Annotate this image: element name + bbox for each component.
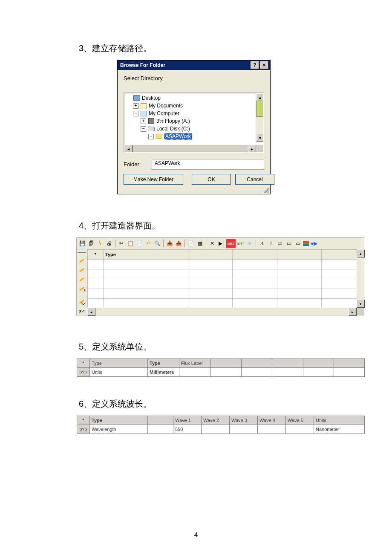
table-row[interactable]: SYS Units Millimeters [77,368,365,377]
help-button[interactable]: ? [251,61,259,69]
collapse-icon[interactable]: − [133,111,138,116]
pencil-icon[interactable] [78,266,86,274]
file-in-icon[interactable]: 📥 [166,240,173,247]
col-flux[interactable]: Flux Label [179,359,211,368]
flow-icon[interactable]: ⇄ [276,240,284,247]
collapse-icon[interactable]: − [148,134,154,139]
pencil-icon[interactable] [78,256,86,265]
tree-node-mycomp[interactable]: − My Computer [126,110,262,117]
expand-icon[interactable]: + [141,119,146,124]
hash-icon[interactable]: ♯ [267,240,275,247]
folder-tree[interactable]: Desktop + My Documents − My Computer [124,92,264,153]
box2-icon[interactable]: ▭ [294,240,302,247]
expand-icon[interactable]: + [133,103,138,109]
scroll-left-button[interactable]: ◂ [87,308,95,316]
tree-node-mydocs[interactable]: + My Documents [126,102,262,110]
copy-all-icon[interactable]: 🗐 [87,240,95,247]
tree-node-asapwork[interactable]: − ASAPWork [126,133,262,140]
col-type[interactable]: Type [104,250,188,260]
col-blank[interactable] [303,359,334,368]
col-type[interactable]: Type [90,416,148,425]
col-units[interactable]: Units [314,416,365,425]
col-wave3[interactable]: Wave 3 [230,416,258,425]
col-blank[interactable] [233,250,277,260]
col-wave1[interactable]: Wave 1 [173,416,202,425]
delete-icon[interactable]: ✕ [208,240,216,247]
cell-type[interactable]: Units [90,368,148,377]
folder-field[interactable]: ASAPWork [152,159,264,170]
bolt-icon[interactable]: ϟ [96,240,104,247]
cell-value[interactable]: Millimeters [148,368,179,377]
dialog-title-bar: Browse For Folder ? × [118,61,270,70]
cancel-button[interactable]: Cancel [235,174,274,185]
col-blank[interactable] [188,250,233,260]
pencil-add-icon[interactable] [78,284,86,293]
scroll-right-button[interactable]: ► [248,145,256,153]
scroll-up-button[interactable]: ▴ [357,249,365,257]
col-star[interactable]: * [88,250,104,260]
disk-icon [148,126,155,132]
tree-node-localdisk[interactable]: − Local Disk (C:) [126,125,262,133]
undo-icon[interactable]: ↶ [144,240,152,247]
collapse-icon[interactable]: − [141,126,146,132]
grid-icon[interactable]: ▦ [196,240,204,247]
col-star[interactable]: * [77,416,90,425]
col-wave4[interactable]: Wave 4 [258,416,286,425]
grid-horizontal-scrollbar[interactable]: ◂ ▸ [87,308,364,315]
end-icon[interactable]: ▶| [217,240,225,247]
play-icon[interactable]: ●▶ [310,240,318,247]
sparkle-icon[interactable]: ✳ [246,240,254,247]
col-blank[interactable] [277,250,321,260]
find-icon[interactable]: 🔍 [153,240,161,247]
col-wave5[interactable]: Wave 5 [286,416,314,425]
col-type2[interactable]: Type [148,359,179,368]
vertical-scrollbar[interactable]: ▲ ▼ [256,93,263,142]
col-blank[interactable] [148,416,173,425]
page-icon[interactable]: 📄 [187,240,195,247]
cell-units[interactable]: Nanometer [314,425,365,434]
col-blank[interactable] [272,359,303,368]
make-new-folder-button[interactable]: Make New Folder [124,174,183,185]
obj-icon[interactable]: OBJ [226,239,236,248]
scroll-corner [357,308,364,315]
col-blank[interactable] [211,359,242,368]
step-4-heading: 4、打开建造器界面。 [79,220,358,231]
copy-icon[interactable]: 📋 [127,240,134,247]
cut-icon[interactable]: ✂ [118,240,125,247]
scroll-down-button[interactable]: ▼ [256,134,264,142]
cell-wave1[interactable]: 550 [173,425,202,434]
x-cursor-icon[interactable]: x↗ [78,306,86,315]
grid-vertical-scrollbar[interactable]: ▴ ▾ [357,249,364,308]
tree-node-desktop[interactable]: Desktop [126,94,262,102]
scroll-right-button[interactable]: ▸ [349,308,357,316]
col-blank[interactable] [334,359,364,368]
close-button[interactable]: × [260,61,268,69]
pencil-cursor-icon[interactable] [78,297,86,306]
horizontal-scrollbar[interactable]: ◄ ► [124,145,263,152]
sys-marker: SYS [77,368,90,377]
box1-icon[interactable]: ▭ [285,240,293,247]
col-wave2[interactable]: Wave 2 [202,416,230,425]
font-a-icon[interactable]: A [258,240,266,247]
print-icon[interactable]: 🖨 [105,240,113,247]
pencil-icon[interactable] [78,275,86,283]
tree-node-floppy[interactable]: + 3½ Floppy (A:) [126,117,262,125]
scroll-thumb[interactable] [256,101,264,117]
sys-marker: SYS [77,425,90,434]
builder-grid[interactable]: * Type [87,249,364,315]
ent-icon[interactable]: ENT [237,240,245,247]
page-number: 4 [0,531,392,538]
resize-grip-icon[interactable] [264,188,269,193]
col-star[interactable]: * [77,359,90,368]
scroll-left-button[interactable]: ◄ [124,145,133,153]
col-blank[interactable] [242,359,272,368]
cell-type[interactable]: Wavelength [90,425,148,434]
scroll-down-button[interactable]: ▾ [357,300,365,308]
ok-button[interactable]: OK [192,174,231,185]
bars-icon[interactable] [303,241,309,246]
file-out-icon[interactable]: 📤 [175,240,182,247]
col-type[interactable]: Type [90,359,148,368]
table-row[interactable]: SYS Wavelength 550 Nanometer [77,425,365,434]
paste-icon[interactable]: 📄 [135,240,143,247]
save-icon[interactable]: 💾 [78,240,86,247]
